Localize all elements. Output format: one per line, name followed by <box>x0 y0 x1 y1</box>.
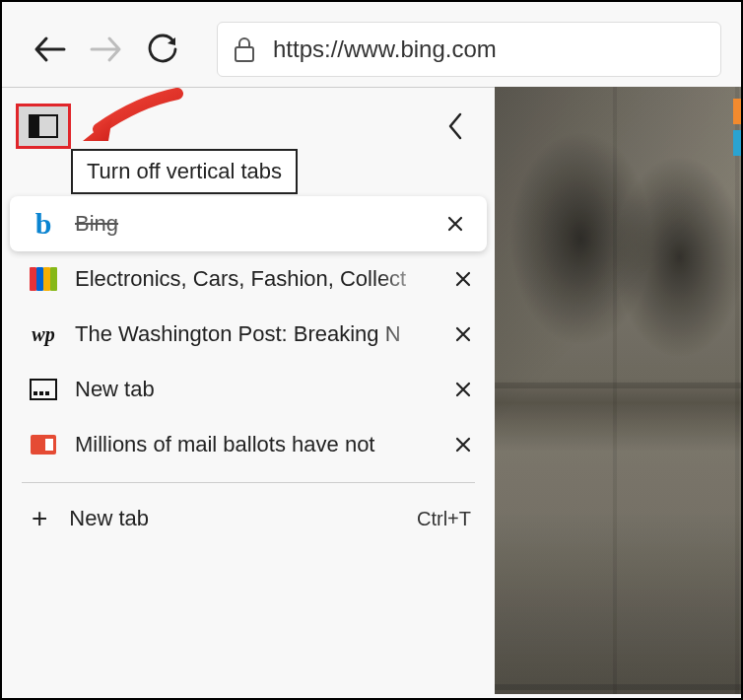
new-tab-label: New tab <box>69 506 395 531</box>
refresh-button[interactable] <box>140 26 187 73</box>
address-bar[interactable]: https://www.bing.com <box>217 22 721 77</box>
new-tab-icon <box>30 376 57 403</box>
svg-rect-2 <box>30 115 39 137</box>
svg-rect-6 <box>45 391 49 395</box>
forward-button[interactable] <box>83 26 130 73</box>
ebay-icon <box>30 265 57 293</box>
close-icon <box>446 215 464 233</box>
vertical-tabs-icon <box>29 114 58 138</box>
tab-item[interactable]: b Bing <box>10 196 487 251</box>
tab-list: b Bing Electronics, Cars, Fashion, Colle… <box>2 196 495 472</box>
close-icon <box>454 381 472 398</box>
svg-rect-0 <box>236 47 253 61</box>
site-icon <box>30 431 57 458</box>
content-area: Turn off vertical tabs b Bing Electronic… <box>2 87 741 694</box>
page-content <box>495 87 741 694</box>
tooltip: Turn off vertical tabs <box>71 149 298 194</box>
close-icon <box>454 270 472 288</box>
tab-title: The Washington Post: Breaking N <box>75 321 432 347</box>
svg-rect-4 <box>34 391 37 395</box>
tab-title: Millions of mail ballots have not <box>75 432 432 457</box>
tab-title: Electronics, Cars, Fashion, Collect <box>75 266 432 292</box>
tab-item[interactable]: wp The Washington Post: Breaking N <box>2 307 495 362</box>
back-button[interactable] <box>26 26 73 73</box>
new-tab-button[interactable]: + New tab Ctrl+T <box>2 483 495 550</box>
vertical-tabs-toggle-button[interactable] <box>16 104 71 149</box>
chevron-left-icon <box>446 111 464 141</box>
close-tab-button[interactable] <box>449 376 477 403</box>
browser-toolbar: https://www.bing.com <box>2 2 741 87</box>
bing-icon: b <box>30 210 57 238</box>
url-text: https://www.bing.com <box>273 35 497 63</box>
washington-post-icon: wp <box>30 320 57 348</box>
close-tab-button[interactable] <box>449 265 477 293</box>
svg-rect-3 <box>31 380 56 399</box>
close-tab-button[interactable] <box>441 210 469 238</box>
vertical-tabs-sidebar: Turn off vertical tabs b Bing Electronic… <box>2 87 495 694</box>
tab-title: Bing <box>75 211 424 237</box>
sidebar-header: Turn off vertical tabs <box>2 96 495 157</box>
forward-icon <box>90 35 123 64</box>
refresh-icon <box>148 34 179 65</box>
close-tab-button[interactable] <box>449 320 477 348</box>
back-icon <box>33 35 66 64</box>
close-tab-button[interactable] <box>449 431 477 458</box>
edge-cut-icon <box>733 99 741 162</box>
svg-rect-5 <box>39 391 43 395</box>
close-icon <box>454 325 472 343</box>
tab-title: New tab <box>75 377 432 402</box>
background-image <box>495 87 741 694</box>
collapse-sidebar-button[interactable] <box>436 106 475 146</box>
new-tab-shortcut: Ctrl+T <box>417 508 471 530</box>
plus-icon: + <box>32 503 47 534</box>
tab-item[interactable]: Millions of mail ballots have not <box>2 417 495 472</box>
tab-item[interactable]: New tab <box>2 362 495 417</box>
close-icon <box>454 436 472 454</box>
lock-icon <box>234 35 255 63</box>
tab-item[interactable]: Electronics, Cars, Fashion, Collect <box>2 251 495 307</box>
